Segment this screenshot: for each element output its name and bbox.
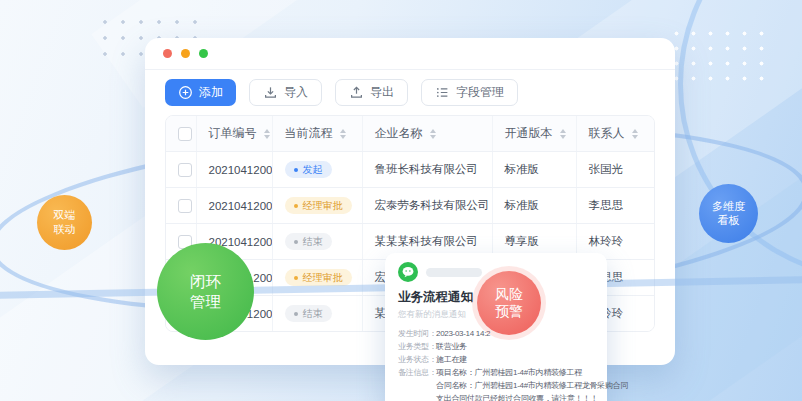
version-cell: 标准版 <box>492 188 576 224</box>
stage-tag: 结束 <box>285 233 332 250</box>
column-header-label: 订单编号 <box>209 125 257 142</box>
field-label: 业务类型： <box>398 340 436 353</box>
sort-icon[interactable] <box>560 129 566 139</box>
field-value: 支出合同付款已经超过合同收票，请注意！！！ <box>436 392 598 401</box>
field-label <box>398 379 436 392</box>
field-label: 备注信息： <box>398 366 436 379</box>
table-row[interactable]: 20210412001 发起 鲁班长科技有限公司 标准版 张国光 <box>166 152 655 188</box>
field-value: 联营业务 <box>436 340 467 353</box>
badge-label: 双端 <box>54 209 76 223</box>
stage-dot-icon <box>294 240 298 244</box>
badge-dual-linkage: 双端 联动 <box>37 195 92 250</box>
badge-label: 风险 <box>495 286 523 304</box>
stage-label: 经理审批 <box>303 199 343 213</box>
popup-field-row: 备注信息： 项目名称：广州碧桂园1-4#市内精装修工程 <box>398 366 596 379</box>
sender-placeholder <box>426 268 482 277</box>
wechat-icon <box>398 262 418 282</box>
column-header[interactable]: 订单编号 <box>196 116 272 152</box>
stage-dot-icon <box>294 204 298 208</box>
badge-label: 多维度 <box>712 200 745 214</box>
field-value: 2023-03-14 14:2 <box>436 327 490 340</box>
stage-tag: 结束 <box>285 305 332 322</box>
badge-multi-dashboard: 多维度 看板 <box>699 184 758 243</box>
column-header-label: 联系人 <box>589 125 625 142</box>
stage-dot-icon <box>294 312 298 316</box>
stage-label: 经理审批 <box>303 271 343 285</box>
stage-label: 结束 <box>303 307 323 321</box>
sort-icon[interactable] <box>430 129 436 139</box>
traffic-light-green-icon[interactable] <box>199 49 208 58</box>
popup-field-row: 合同名称：广州碧桂园1-4#市内精装修工程龙骨采购合同 <box>398 379 596 392</box>
stage-tag: 经理审批 <box>285 197 352 214</box>
row-checkbox[interactable] <box>178 163 192 177</box>
field-value: 合同名称：广州碧桂园1-4#市内精装修工程龙骨采购合同 <box>436 379 628 392</box>
table-row[interactable]: 20210412002 经理审批 宏泰劳务科技有限公司 标准版 李思思 <box>166 188 655 224</box>
column-header[interactable]: 企业名称 <box>362 116 492 152</box>
badge-label: 管理 <box>190 292 221 311</box>
page-background: 添加 导入 导出 字段管理 <box>0 0 802 401</box>
version-cell: 标准版 <box>492 152 576 188</box>
field-label: 发生时间： <box>398 327 436 340</box>
import-icon <box>263 85 278 100</box>
badge-label: 闭环 <box>190 272 221 291</box>
column-header[interactable]: 联系人 <box>576 116 655 152</box>
popup-field-row: 支出合同付款已经超过合同收票，请注意！！！ <box>398 392 596 401</box>
contact-cell: 张国光 <box>576 152 655 188</box>
badge-label: 联动 <box>54 223 76 237</box>
stage-dot-icon <box>294 276 298 280</box>
badge-risk-warning: 风险 预警 <box>477 271 541 335</box>
column-header-label: 开通版本 <box>505 125 553 142</box>
sort-icon[interactable] <box>340 129 346 139</box>
field-label <box>398 392 436 401</box>
table-header-row: 订单编号 当前流程 企业名称 开通版本 联系人 <box>166 116 655 152</box>
stage-dot-icon <box>294 168 298 172</box>
export-icon <box>349 85 364 100</box>
order-no-cell: 20210412001 <box>196 152 272 188</box>
stage-label: 发起 <box>303 163 323 177</box>
plus-circle-icon <box>178 85 193 100</box>
badge-closed-loop: 闭环 管理 <box>157 243 254 340</box>
add-button-label: 添加 <box>199 84 223 101</box>
stage-tag: 经理审批 <box>285 269 352 286</box>
badge-label: 看板 <box>718 214 740 228</box>
column-header[interactable]: 开通版本 <box>492 116 576 152</box>
select-all-checkbox[interactable] <box>178 127 192 141</box>
stage-label: 结束 <box>303 235 323 249</box>
import-button-label: 导入 <box>284 84 308 101</box>
column-header[interactable]: 当前流程 <box>272 116 362 152</box>
add-button[interactable]: 添加 <box>165 79 236 106</box>
field-list-icon <box>435 85 450 100</box>
popup-field-row: 业务类型： 联营业务 <box>398 340 596 353</box>
column-header-label: 当前流程 <box>285 125 333 142</box>
field-label: 业务状态： <box>398 353 436 366</box>
toolbar: 添加 导入 导出 字段管理 <box>145 70 675 106</box>
field-value: 施工在建 <box>436 353 467 366</box>
company-cell: 宏泰劳务科技有限公司 <box>362 188 492 224</box>
row-checkbox[interactable] <box>178 199 192 213</box>
popup-fields: 发生时间： 2023-03-14 14:2 业务类型： 联营业务 业务状态： 施… <box>398 327 596 401</box>
contact-cell: 李思思 <box>576 188 655 224</box>
stage-tag: 发起 <box>285 161 332 178</box>
popup-field-row: 业务状态： 施工在建 <box>398 353 596 366</box>
traffic-light-yellow-icon[interactable] <box>181 49 190 58</box>
sort-icon[interactable] <box>632 129 638 139</box>
field-value: 项目名称：广州碧桂园1-4#市内精装修工程 <box>436 366 582 379</box>
badge-label: 预警 <box>495 303 523 321</box>
field-manage-button[interactable]: 字段管理 <box>421 79 518 106</box>
window-titlebar <box>145 38 675 70</box>
export-button-label: 导出 <box>370 84 394 101</box>
order-no-cell: 20210412002 <box>196 188 272 224</box>
sort-icon[interactable] <box>264 129 270 139</box>
import-button[interactable]: 导入 <box>249 79 322 106</box>
column-header-label: 企业名称 <box>375 125 423 142</box>
traffic-light-red-icon[interactable] <box>163 49 172 58</box>
company-cell: 鲁班长科技有限公司 <box>362 152 492 188</box>
export-button[interactable]: 导出 <box>335 79 408 106</box>
field-manage-button-label: 字段管理 <box>456 84 504 101</box>
